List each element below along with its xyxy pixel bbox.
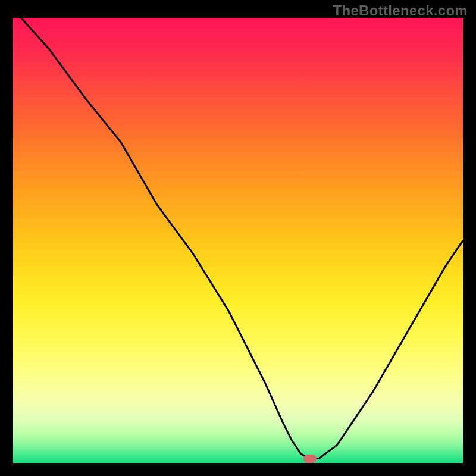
optimal-point-marker [303, 455, 317, 463]
curve-path [13, 18, 463, 459]
plot-area [13, 18, 463, 463]
watermark-text: TheBottleneck.com [333, 2, 468, 19]
chart-frame: TheBottleneck.com [0, 0, 476, 476]
bottleneck-curve [13, 18, 463, 463]
